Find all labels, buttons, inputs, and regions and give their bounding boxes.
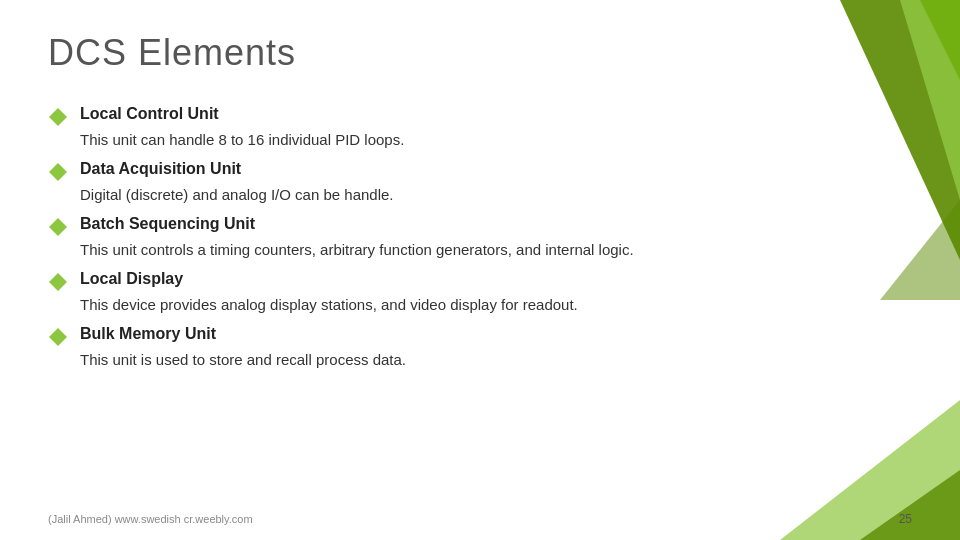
bullet-desc-1: Digital (discrete) and analog I/O can be… bbox=[80, 184, 720, 205]
bullet-row-3: Local Display bbox=[48, 270, 720, 292]
bullet-row-4: Bulk Memory Unit bbox=[48, 325, 720, 347]
bullet-item-1: Data Acquisition Unit Digital (discrete)… bbox=[48, 160, 720, 205]
svg-marker-5 bbox=[860, 470, 960, 540]
svg-marker-2 bbox=[920, 0, 960, 80]
bullet-diamond-2 bbox=[48, 217, 68, 237]
svg-marker-3 bbox=[880, 200, 960, 300]
bullet-row-0: Local Control Unit bbox=[48, 105, 720, 127]
bullet-item-4: Bulk Memory Unit This unit is used to st… bbox=[48, 325, 720, 370]
deco-top-right bbox=[740, 0, 960, 300]
footer-page: 25 bbox=[899, 512, 912, 526]
svg-marker-1 bbox=[900, 0, 960, 200]
bullet-item-3: Local Display This device provides analo… bbox=[48, 270, 720, 315]
bullet-heading-2: Batch Sequencing Unit bbox=[80, 215, 255, 233]
svg-marker-10 bbox=[49, 328, 67, 346]
bullet-item-0: Local Control Unit This unit can handle … bbox=[48, 105, 720, 150]
bullet-heading-3: Local Display bbox=[80, 270, 183, 288]
deco-bottom-right bbox=[780, 340, 960, 540]
bullet-diamond-3 bbox=[48, 272, 68, 292]
bullet-diamond-1 bbox=[48, 162, 68, 182]
bullet-item-2: Batch Sequencing Unit This unit controls… bbox=[48, 215, 720, 260]
footer-credit: (Jalil Ahmed) www.swedish cr.weebly.com bbox=[48, 513, 253, 525]
slide: DCS Elements Local Control Unit This uni… bbox=[0, 0, 960, 540]
bullet-desc-3: This device provides analog display stat… bbox=[80, 294, 720, 315]
bullet-row-2: Batch Sequencing Unit bbox=[48, 215, 720, 237]
bullet-diamond-0 bbox=[48, 107, 68, 127]
svg-marker-9 bbox=[49, 273, 67, 291]
svg-marker-7 bbox=[49, 163, 67, 181]
svg-marker-8 bbox=[49, 218, 67, 236]
content-area: Local Control Unit This unit can handle … bbox=[48, 105, 720, 380]
page-title: DCS Elements bbox=[48, 32, 296, 74]
bullet-desc-4: This unit is used to store and recall pr… bbox=[80, 349, 720, 370]
bullet-desc-2: This unit controls a timing counters, ar… bbox=[80, 239, 720, 260]
bullet-diamond-4 bbox=[48, 327, 68, 347]
svg-marker-0 bbox=[840, 0, 960, 260]
bullet-heading-4: Bulk Memory Unit bbox=[80, 325, 216, 343]
svg-marker-6 bbox=[49, 108, 67, 126]
footer: (Jalil Ahmed) www.swedish cr.weebly.com … bbox=[48, 512, 912, 526]
bullet-desc-0: This unit can handle 8 to 16 individual … bbox=[80, 129, 720, 150]
bullet-row-1: Data Acquisition Unit bbox=[48, 160, 720, 182]
bullet-heading-0: Local Control Unit bbox=[80, 105, 219, 123]
bullet-heading-1: Data Acquisition Unit bbox=[80, 160, 241, 178]
